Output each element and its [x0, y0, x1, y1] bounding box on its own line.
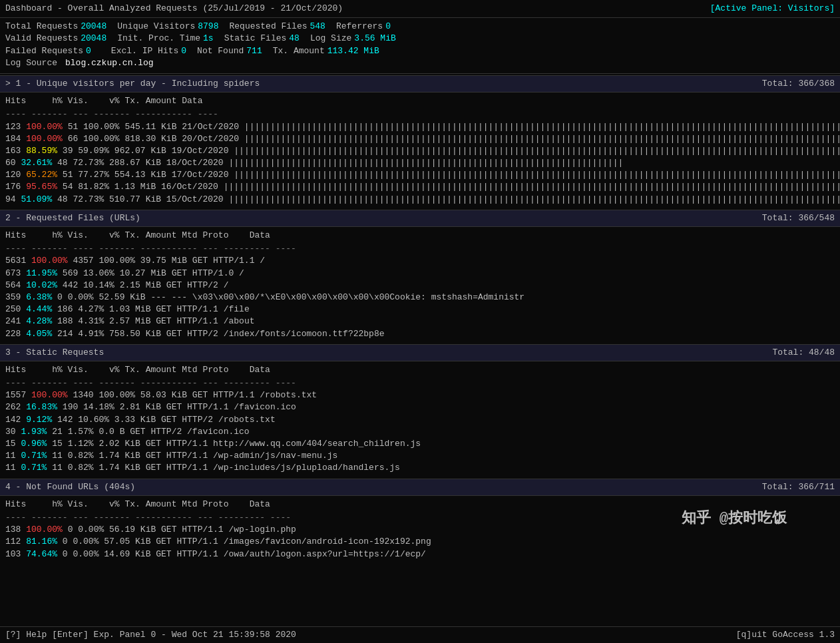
requested-files-value: 548: [310, 21, 325, 33]
section4-wrapper: 4 - Not Found URLs (404s) Total: 366/711…: [0, 479, 840, 563]
section4-title: 4 - Not Found URLs (404s): [5, 481, 135, 493]
section2-header[interactable]: 2 - Requested Files (URLs) Total: 366/54…: [0, 210, 840, 227]
section1-divider: ---- ------- --- ------- ----------- ---…: [5, 108, 835, 120]
referrers-label: Referrers: [336, 21, 383, 33]
footer-left: [?] Help [Enter] Exp. Panel 0 - Wed Oct …: [5, 629, 296, 641]
static-files-value: 48: [289, 33, 300, 45]
valid-requests-label: Valid Requests: [5, 33, 78, 45]
table-row: 262 16.83% 190 14.18% 2.81 KiB GET HTTP/…: [5, 401, 835, 413]
not-found-value: 711: [246, 45, 262, 57]
excl-ip-value: 0: [181, 45, 186, 57]
valid-requests-value: 20048: [81, 33, 106, 45]
table-row: 228 4.05% 214 4.91% 758.50 KiB GET HTTP/…: [5, 328, 835, 340]
header-active-panel: [Active Panel: Visitors]: [710, 3, 835, 15]
table-row: 60 32.61% 48 72.73% 288.67 KiB 18/Oct/20…: [5, 157, 835, 169]
total-requests-value: 20048: [81, 21, 106, 33]
header-title: Dashboard - Overall Analyzed Requests (2…: [5, 3, 343, 15]
log-source-label: Log Source: [5, 57, 57, 69]
section2-table: Hits h% Vis. v% Tx. Amount Mtd Proto Dat…: [0, 227, 840, 343]
footer-right: [q]uit GoAccess 1.3: [736, 629, 835, 641]
unique-visitors-value: 8798: [198, 21, 218, 33]
table-row: 30 1.93% 21 1.57% 0.0 B GET HTTP/2 /favi…: [5, 426, 835, 438]
stats-row-3: Failed Requests 0 Excl. IP Hits 0 Not Fo…: [5, 45, 835, 57]
tx-amount-value: 113.42 MiB: [327, 45, 379, 57]
section3-col-headers: Hits h% Vis. v% Tx. Amount Mtd Proto Dat…: [5, 363, 835, 377]
failed-requests-value: 0: [86, 45, 91, 57]
table-row: 359 6.38% 0 0.00% 52.59 KiB --- --- \x03…: [5, 292, 835, 304]
table-row: 250 4.44% 186 4.27% 1.03 MiB GET HTTP/1.…: [5, 304, 835, 316]
requested-files-label: Requested Files: [229, 21, 307, 33]
section3-divider: ---- ------- ---- ------- ----------- --…: [5, 377, 835, 389]
section2-title: 2 - Requested Files (URLs): [5, 212, 140, 224]
section1-total: Total: 366/368: [762, 78, 835, 90]
section1-header[interactable]: > 1 - Unique visitors per day - Includin…: [0, 75, 840, 93]
table-row: 5631 100.00% 4357 100.00% 39.75 MiB GET …: [5, 255, 835, 267]
section2-total: Total: 366/548: [762, 212, 835, 224]
referrers-value: 0: [385, 21, 391, 33]
section4-total: Total: 366/711: [762, 481, 835, 493]
stats-section: Total Requests 20048 Unique Visitors 879…: [0, 18, 840, 74]
table-row: 11 0.71% 11 0.82% 1.74 KiB GET HTTP/1.1 …: [5, 462, 835, 474]
stats-row-1: Total Requests 20048 Unique Visitors 879…: [5, 21, 835, 33]
table-row: 123 100.00% 51 100.00% 545.11 KiB 21/Oct…: [5, 121, 835, 133]
table-row: 1557 100.00% 1340 100.00% 58.03 KiB GET …: [5, 389, 835, 401]
table-row: 112 81.16% 0 0.00% 57.05 KiB GET HTTP/1.…: [5, 536, 835, 548]
table-row: 184 100.00% 66 100.00% 818.30 KiB 20/Oct…: [5, 133, 835, 145]
table-row: 15 0.96% 15 1.12% 2.02 KiB GET HTTP/1.1 …: [5, 438, 835, 450]
section1-title: > 1 - Unique visitors per day - Includin…: [5, 78, 260, 90]
log-size-value: 3.56 MiB: [354, 33, 395, 45]
stats-row-2: Valid Requests 20048 Init. Proc. Time 1s…: [5, 33, 835, 45]
section3-header[interactable]: 3 - Static Requests Total: 48/48: [0, 344, 840, 361]
table-row: 564 10.02% 442 10.14% 2.15 MiB GET HTTP/…: [5, 280, 835, 292]
section2-col-headers: Hits h% Vis. v% Tx. Amount Mtd Proto Dat…: [5, 228, 835, 243]
table-row: 11 0.71% 11 0.82% 1.74 KiB GET HTTP/1.1 …: [5, 450, 835, 462]
total-requests-label: Total Requests: [5, 21, 78, 33]
table-row: 163 88.59% 39 59.09% 962.07 KiB 19/Oct/2…: [5, 145, 835, 157]
table-row: 176 95.65% 54 81.82% 1.13 MiB 16/Oct/202…: [5, 181, 835, 193]
section1-table: Hits h% Vis. v% Tx. Amount Data ---- ---…: [0, 93, 840, 208]
table-row: 241 4.28% 188 4.31% 2.57 MiB GET HTTP/1.…: [5, 316, 835, 327]
section1-wrapper: > 1 - Unique visitors per day - Includin…: [0, 75, 840, 208]
log-source-value: blog.czkup.cn.log: [65, 57, 154, 69]
section2-wrapper: 2 - Requested Files (URLs) Total: 366/54…: [0, 210, 840, 343]
section1-col-headers: Hits h% Vis. v% Tx. Amount Data: [5, 94, 835, 108]
failed-requests-label: Failed Requests: [5, 45, 83, 57]
section3-wrapper: 3 - Static Requests Total: 48/48 Hits h%…: [0, 344, 840, 477]
footer-bar: [?] Help [Enter] Exp. Panel 0 - Wed Oct …: [0, 626, 840, 643]
static-files-label: Static Files: [224, 33, 287, 45]
section4-table: Hits h% Vis. v% Tx. Amount Mtd Proto Dat…: [0, 496, 840, 563]
section3-total: Total: 48/48: [772, 347, 835, 359]
not-found-label: Not Found: [197, 45, 244, 57]
excl-ip-label: Excl. IP Hits: [111, 45, 178, 57]
header-bar: Dashboard - Overall Analyzed Requests (2…: [0, 0, 840, 18]
section3-table: Hits h% Vis. v% Tx. Amount Mtd Proto Dat…: [0, 361, 840, 477]
stats-row-4: Log Source blog.czkup.cn.log: [5, 57, 835, 69]
watermark: 知乎 @按时吃饭: [682, 509, 787, 530]
table-row: 120 65.22% 51 77.27% 554.13 KiB 17/Oct/2…: [5, 169, 835, 181]
table-row: 94 51.09% 48 72.73% 510.77 KiB 15/Oct/20…: [5, 194, 835, 206]
log-size-label: Log Size: [310, 33, 351, 45]
init-proc-value: 1s: [203, 33, 214, 45]
tx-amount-label: Tx. Amount: [273, 45, 325, 57]
section3-title: 3 - Static Requests: [5, 347, 104, 359]
init-proc-label: Init. Proc. Time: [117, 33, 200, 45]
section4-header[interactable]: 4 - Not Found URLs (404s) Total: 366/711: [0, 479, 840, 496]
table-row: 673 11.95% 569 13.06% 10.27 MiB GET HTTP…: [5, 268, 835, 280]
unique-visitors-label: Unique Visitors: [117, 21, 195, 33]
section2-divider: ---- ------- ---- ------- ----------- --…: [5, 243, 835, 255]
table-row: 103 74.64% 0 0.00% 14.69 KiB GET HTTP/1.…: [5, 548, 835, 560]
table-row: 142 9.12% 142 10.60% 3.33 KiB GET HTTP/2…: [5, 414, 835, 426]
